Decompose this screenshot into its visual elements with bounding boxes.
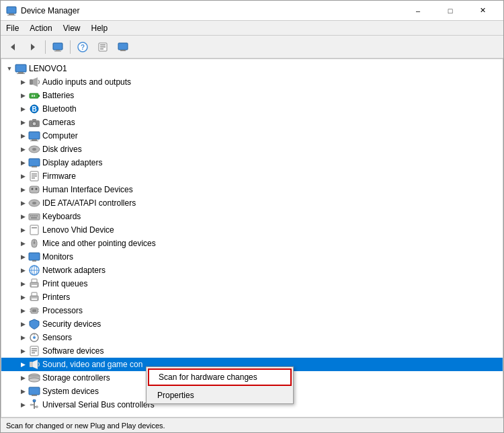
svg-rect-1 xyxy=(9,13,14,15)
tree-item-processors[interactable]: ▶ Processors xyxy=(1,304,503,317)
usb-label: Universal Serial Bus controllers xyxy=(42,400,155,409)
svg-text:B: B xyxy=(32,106,36,113)
window-title: Device Manager xyxy=(21,6,79,15)
svg-rect-18 xyxy=(17,73,25,74)
software-label: Software devices xyxy=(42,346,103,356)
menu-file[interactable]: File xyxy=(1,22,24,34)
svg-rect-30 xyxy=(29,132,40,139)
tree-item-keyboards[interactable]: ▶ Keyboards xyxy=(1,210,503,223)
context-menu-scan[interactable]: Scan for hardware changes xyxy=(148,368,292,386)
menu-view[interactable]: View xyxy=(58,22,86,34)
sensors-icon xyxy=(28,332,40,343)
tree-item-cameras[interactable]: ▶ Cameras xyxy=(1,116,503,129)
lenovo-expand: ▶ xyxy=(17,225,28,235)
printq-label: Print queues xyxy=(42,279,87,288)
usb-expand: ▶ xyxy=(17,399,28,410)
tree-item-firmware[interactable]: ▶ Firmware xyxy=(1,169,503,183)
svg-point-90 xyxy=(33,399,36,402)
svg-rect-14 xyxy=(118,43,128,50)
svg-rect-23 xyxy=(32,95,33,97)
svg-rect-81 xyxy=(32,352,35,354)
monitors-label: Monitors xyxy=(42,252,73,262)
title-bar-left: Device Manager xyxy=(6,5,79,16)
svg-rect-6 xyxy=(56,50,60,51)
close-button[interactable]: ✕ xyxy=(467,1,498,21)
hid-icon xyxy=(28,184,40,195)
svg-rect-87 xyxy=(29,387,40,395)
svg-point-86 xyxy=(29,378,40,382)
computer-label: Computer xyxy=(42,131,78,141)
bluetooth-icon: B xyxy=(28,104,40,114)
tree-item-mice[interactable]: ▶ Mice and other pointing devices xyxy=(1,237,503,250)
tree-item-batteries[interactable]: ▶ Batteries xyxy=(1,89,503,102)
properties-button[interactable] xyxy=(93,38,112,56)
svg-point-56 xyxy=(34,242,36,244)
audio-label: Audio inputs and outputs xyxy=(42,77,131,87)
tree-item-hid[interactable]: ▶ Human Interface Devices xyxy=(1,183,503,196)
console-button[interactable] xyxy=(114,38,132,56)
sound-expand: ▶ xyxy=(17,359,28,370)
tree-item-ide[interactable]: ▶ IDE ATA/ATAPI controllers xyxy=(1,196,503,210)
root-label: LENOVO1 xyxy=(29,64,67,73)
svg-rect-47 xyxy=(30,215,32,216)
svg-point-42 xyxy=(32,188,34,190)
back-button[interactable] xyxy=(3,38,22,56)
audio-icon xyxy=(28,77,40,87)
context-menu: Scan for hardware changes Properties xyxy=(146,366,294,404)
app-icon xyxy=(6,5,17,16)
tree-item-lenovo[interactable]: ▶ Lenovo Vhid Device xyxy=(1,223,503,237)
tree-item-security[interactable]: ▶ Security devices xyxy=(1,317,503,331)
menu-action[interactable]: Action xyxy=(24,22,57,34)
ide-icon xyxy=(28,198,40,208)
firmware-label: Firmware xyxy=(42,171,76,181)
menu-help[interactable]: Help xyxy=(86,22,114,34)
tree-item-printq[interactable]: ▶ Print queues xyxy=(1,277,503,290)
tree-item-display[interactable]: ▶ Display adapters xyxy=(1,156,503,169)
batteries-icon xyxy=(28,90,40,101)
svg-rect-67 xyxy=(32,292,37,296)
display-icon xyxy=(28,157,40,168)
svg-point-94 xyxy=(36,406,38,408)
svg-rect-40 xyxy=(32,178,35,179)
context-menu-properties[interactable]: Properties xyxy=(146,387,293,403)
tree-item-audio[interactable]: ▶ Audio inputs and outputs xyxy=(1,75,503,89)
tree-item-disk[interactable]: ▶ Disk drives xyxy=(1,143,503,156)
tree-item-bluetooth[interactable]: ▶ B Bluetooth xyxy=(1,102,503,116)
tree-root[interactable]: ▼ LENOVO1 xyxy=(1,62,503,75)
display-label: Display adapters xyxy=(42,158,102,167)
system-label: System devices xyxy=(42,387,99,396)
root-expand-arrow: ▼ xyxy=(4,63,15,74)
lenovo-icon xyxy=(28,225,40,235)
sound-icon xyxy=(28,359,40,370)
tree-item-sensors[interactable]: ▶ Sensors xyxy=(1,331,503,344)
processors-label: Processors xyxy=(42,306,83,315)
forward-button[interactable] xyxy=(24,38,42,56)
maximize-button[interactable]: □ xyxy=(435,1,466,21)
tree-item-computer[interactable]: ▶ Computer xyxy=(1,129,503,143)
help-button[interactable]: ? xyxy=(73,38,92,56)
svg-rect-2 xyxy=(7,15,15,15)
tree-item-printers[interactable]: ▶ Printers xyxy=(1,290,503,304)
properties-label: Properties xyxy=(157,391,194,400)
tree-view[interactable]: ▼ LENOVO1 ▶ Audio inputs and outputs xyxy=(1,59,503,417)
svg-rect-11 xyxy=(100,44,106,46)
disk-expand: ▶ xyxy=(17,144,28,155)
svg-rect-64 xyxy=(32,279,37,282)
batteries-label: Batteries xyxy=(42,91,74,100)
svg-point-76 xyxy=(33,336,36,339)
svg-point-45 xyxy=(32,202,36,204)
tree-item-monitors[interactable]: ▶ Monitors xyxy=(1,250,503,264)
mice-expand: ▶ xyxy=(17,238,28,249)
root-icon xyxy=(15,63,27,74)
tree-item-network[interactable]: ▶ Network adapters xyxy=(1,264,503,277)
status-bar: Scan for changed or new Plug and Play de… xyxy=(1,418,503,432)
device-manager-button[interactable] xyxy=(48,38,67,56)
processors-expand: ▶ xyxy=(17,305,28,316)
monitors-expand: ▶ xyxy=(17,251,28,262)
security-label: Security devices xyxy=(42,319,101,329)
security-icon xyxy=(28,319,40,329)
svg-rect-53 xyxy=(32,227,37,229)
minimize-button[interactable]: – xyxy=(403,1,433,21)
tree-item-software[interactable]: ▶ Software devices xyxy=(1,344,503,358)
software-expand: ▶ xyxy=(17,346,28,356)
